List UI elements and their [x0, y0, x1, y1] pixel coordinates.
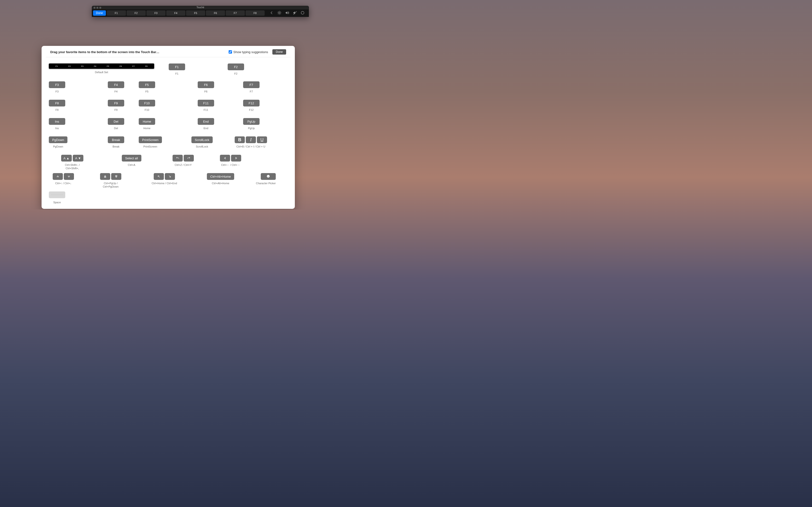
- touche-window: Touché Done F1 F2 F3 F4 F5 F6 F7 F8: [92, 6, 309, 17]
- item-f1[interactable]: F1 F1: [169, 63, 185, 75]
- siri-icon[interactable]: [300, 11, 305, 16]
- touchbar-f8[interactable]: F8: [246, 10, 265, 16]
- touchbar: Done F1 F2 F3 F4 F5 F6 F7 F8: [92, 9, 309, 17]
- traffic-minimize[interactable]: [96, 7, 98, 9]
- show-typing-checkbox[interactable]: [229, 50, 232, 54]
- item-character-picker[interactable]: Character Picker: [259, 173, 278, 185]
- item-default-set[interactable]: F1 F2 F3 F4 F5 F6 F7 F8 Default Set: [49, 63, 154, 74]
- item-f12[interactable]: F12 F12: [243, 100, 260, 112]
- svg-marker-15: [57, 176, 59, 177]
- bold-chip: B: [235, 136, 245, 143]
- item-pgup[interactable]: PgUp PgUp: [243, 118, 260, 130]
- item-page-nav[interactable]: Ctrl+PgUp / Ctrl+PgDown: [96, 173, 125, 188]
- item-word-nav[interactable]: Ctrl+← / Ctrl+→: [216, 155, 245, 167]
- mute-icon[interactable]: [292, 11, 298, 16]
- item-space[interactable]: Space: [49, 191, 65, 204]
- touchbar-f6[interactable]: F6: [206, 10, 225, 16]
- item-ctrl-alt-home[interactable]: Ctrl+Alt+Home Ctrl+Alt+Home: [207, 173, 234, 185]
- redo-icon: [184, 155, 194, 162]
- item-f10[interactable]: F10 F10: [139, 100, 155, 112]
- tri-up-icon: [53, 173, 63, 180]
- item-undo-redo[interactable]: Ctrl+Z / Ctrl+Y: [169, 155, 198, 167]
- dbl-up-icon: [100, 173, 110, 180]
- tri-left-icon: [220, 155, 230, 162]
- brightness-icon[interactable]: [277, 11, 282, 16]
- svg-marker-18: [104, 176, 106, 177]
- done-button[interactable]: Done: [272, 49, 286, 55]
- item-home-end[interactable]: Ctrl+Home / Ctrl+End: [147, 173, 181, 185]
- item-f9[interactable]: F9 F9: [108, 100, 124, 112]
- item-f11[interactable]: F11 F11: [198, 100, 214, 112]
- item-select-all[interactable]: Select all Ctrl+A: [122, 155, 141, 167]
- underline-chip: U: [257, 136, 267, 143]
- item-end[interactable]: End End: [198, 118, 214, 130]
- svg-line-22: [169, 176, 170, 177]
- svg-line-8: [280, 11, 281, 12]
- svg-point-24: [267, 176, 268, 176]
- dbl-down-icon: [111, 173, 121, 180]
- touchbar-control-strip: [266, 11, 308, 16]
- arrow-se-icon: [165, 173, 175, 180]
- svg-point-25: [268, 176, 269, 176]
- item-printscreen[interactable]: PrintScreen PrintScreen: [139, 136, 162, 149]
- volume-icon[interactable]: [285, 11, 290, 16]
- svg-point-23: [267, 175, 270, 177]
- svg-marker-13: [224, 157, 225, 159]
- item-del[interactable]: Del Del: [108, 118, 124, 130]
- font-smaller-chip: A ▼: [73, 155, 83, 162]
- item-fontsize[interactable]: A ▲ A ▼ Ctrl+Shift+. / Ctrl+Shift+,: [58, 155, 87, 170]
- arrow-nw-icon: [154, 173, 164, 180]
- touchbar-f1[interactable]: F1: [107, 10, 126, 16]
- titlebar: Touché: [92, 6, 309, 9]
- item-biu[interactable]: B I U Ctrl+B / Ctrl + I / Ctrl + U: [233, 136, 269, 149]
- tri-right-icon: [231, 155, 241, 162]
- touchbar-fkeys: F1 F2 F3 F4 F5 F6 F7 F8: [107, 10, 265, 16]
- svg-marker-9: [286, 11, 287, 14]
- default-set-preview: F1 F2 F3 F4 F5 F6 F7 F8: [49, 63, 154, 69]
- svg-marker-16: [68, 176, 70, 177]
- touchbar-f2[interactable]: F2: [126, 10, 146, 16]
- item-home[interactable]: Home Home: [139, 118, 155, 130]
- item-f7[interactable]: F7 F7: [243, 81, 260, 94]
- item-scrolllock[interactable]: ScrollLock ScrollLock: [191, 136, 213, 149]
- touchbar-f3[interactable]: F3: [146, 10, 165, 16]
- italic-chip: I: [246, 136, 256, 143]
- touchbar-f5[interactable]: F5: [186, 10, 205, 16]
- traffic-zoom[interactable]: [99, 7, 101, 9]
- tri-down-icon: [64, 173, 74, 180]
- window-title: Touché: [197, 6, 204, 9]
- item-line-nav[interactable]: Ctrl+↑ / Ctrl+↓: [49, 173, 78, 185]
- item-f3[interactable]: F3 F3: [49, 81, 65, 94]
- item-f6[interactable]: F6 F6: [198, 81, 214, 94]
- font-bigger-chip: A ▲: [61, 155, 72, 162]
- chevron-left-icon[interactable]: [269, 11, 274, 16]
- item-f8[interactable]: F8 F8: [49, 100, 65, 112]
- traffic-lights[interactable]: [94, 7, 101, 9]
- instruction-text: Drag your favorite items to the bottom o…: [50, 50, 229, 54]
- touchbar-done-button[interactable]: Done: [93, 10, 106, 16]
- item-f2[interactable]: F2 F2: [227, 63, 244, 75]
- svg-point-0: [278, 12, 280, 13]
- item-pgdown[interactable]: PgDown PgDown: [49, 136, 67, 149]
- smile-icon: [266, 175, 270, 179]
- svg-marker-19: [115, 175, 117, 176]
- customize-panel: Drag your favorite items to the bottom o…: [42, 46, 295, 209]
- svg-marker-14: [236, 157, 237, 159]
- svg-line-6: [280, 14, 281, 14]
- svg-line-7: [278, 14, 278, 14]
- svg-line-21: [158, 176, 159, 177]
- show-typing-suggestions[interactable]: Show typing suggestions: [229, 50, 268, 54]
- touchbar-f7[interactable]: F7: [226, 10, 245, 16]
- item-f5[interactable]: F5 F5: [139, 81, 155, 94]
- touchbar-f4[interactable]: F4: [166, 10, 185, 16]
- traffic-close[interactable]: [94, 7, 95, 9]
- panel-header: Drag your favorite items to the bottom o…: [46, 46, 291, 57]
- undo-icon: [172, 155, 183, 162]
- item-break[interactable]: Break Break: [108, 136, 124, 149]
- space-chip: [49, 191, 65, 198]
- item-ins[interactable]: Ins Ins: [49, 118, 65, 130]
- item-f4[interactable]: F4 F4: [108, 81, 124, 94]
- svg-line-5: [278, 11, 278, 12]
- svg-point-12: [301, 11, 304, 14]
